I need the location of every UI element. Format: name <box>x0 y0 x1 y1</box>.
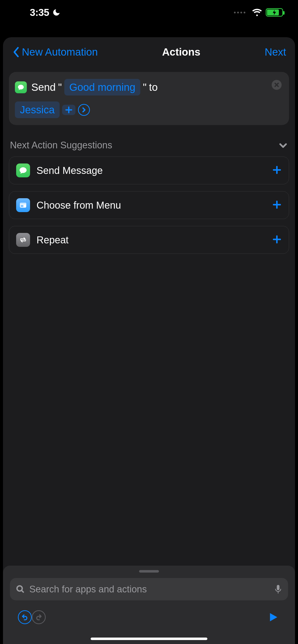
svg-point-4 <box>17 586 22 591</box>
chevron-right-icon <box>82 108 86 112</box>
repeat-icon <box>16 233 30 247</box>
redo-icon <box>35 614 42 621</box>
play-icon <box>268 612 279 623</box>
plus-icon <box>272 200 282 210</box>
nav-bar: New Automation Actions Next <box>3 37 295 67</box>
suggestion-label: Send Message <box>37 165 265 176</box>
show-more-button[interactable] <box>78 104 90 116</box>
status-time: 3:35 <box>30 7 49 18</box>
search-input[interactable]: Search for apps and actions <box>10 578 288 600</box>
do-not-disturb-icon <box>52 8 61 16</box>
undo-button[interactable] <box>18 610 32 624</box>
undo-icon <box>21 614 28 621</box>
messages-app-icon <box>15 81 27 93</box>
messages-app-icon <box>16 164 30 177</box>
quote-open: " <box>58 80 62 95</box>
dictation-icon[interactable] <box>274 584 282 594</box>
suggestion-repeat[interactable]: Repeat <box>9 226 289 254</box>
recipient-token[interactable]: Jessica <box>15 102 60 118</box>
suggestion-label: Choose from Menu <box>37 200 265 211</box>
close-icon <box>274 82 279 87</box>
svg-rect-5 <box>277 585 280 590</box>
search-placeholder: Search for apps and actions <box>29 584 270 595</box>
modal-sheet: New Automation Actions Next Send " Good … <box>3 37 295 644</box>
action-word-to: to <box>149 80 158 95</box>
back-button[interactable]: New Automation <box>12 46 98 58</box>
wifi-icon <box>252 7 262 18</box>
add-suggestion-button[interactable] <box>272 200 282 210</box>
bottom-panel: Search for apps and actions <box>3 566 295 644</box>
svg-rect-2 <box>21 205 23 206</box>
svg-rect-1 <box>20 203 26 204</box>
home-indicator[interactable] <box>91 638 207 640</box>
quote-close: " <box>143 80 147 95</box>
sheet-grabber[interactable] <box>139 570 159 572</box>
svg-rect-3 <box>21 206 23 207</box>
search-icon <box>16 585 25 594</box>
plus-icon <box>65 106 73 114</box>
suggestion-send-message[interactable]: Send Message <box>9 156 289 184</box>
plus-icon <box>272 165 282 175</box>
chevron-left-icon <box>12 47 20 58</box>
action-word-send: Send <box>31 80 56 95</box>
battery-charging-icon <box>266 8 283 16</box>
suggestions-header-label: Next Action Suggestions <box>10 140 112 150</box>
next-button[interactable]: Next <box>265 46 286 58</box>
menu-icon <box>16 198 30 212</box>
chevron-down-icon <box>278 140 288 150</box>
suggestion-label: Repeat <box>37 234 265 246</box>
suggestion-choose-from-menu[interactable]: Choose from Menu <box>9 191 289 219</box>
page-title: Actions <box>162 46 200 58</box>
add-recipient-button[interactable] <box>62 105 76 115</box>
redo-button <box>32 610 46 624</box>
status-bar: 3:35 <box>0 0 298 25</box>
run-button[interactable] <box>266 610 280 624</box>
add-suggestion-button[interactable] <box>272 165 282 176</box>
page-dots-icon <box>234 12 245 14</box>
message-text-token[interactable]: Good morning <box>64 79 140 96</box>
plus-icon <box>272 234 282 244</box>
suggestions-header[interactable]: Next Action Suggestions <box>10 140 288 150</box>
action-send-message[interactable]: Send " Good morning " to Jessica <box>9 72 289 125</box>
back-label: New Automation <box>22 46 98 58</box>
add-suggestion-button[interactable] <box>272 234 282 245</box>
delete-action-button[interactable] <box>272 80 281 90</box>
